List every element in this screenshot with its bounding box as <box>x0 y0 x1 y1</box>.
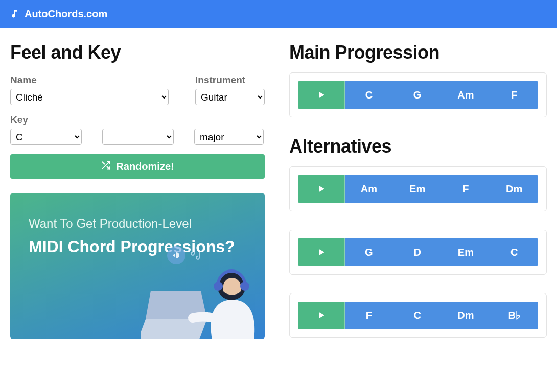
play-button[interactable] <box>298 238 345 266</box>
main-content: Feel and Key Name Cliché Instrument Guit… <box>0 28 557 377</box>
alt-progression-box: G D Em C <box>289 230 547 275</box>
svg-marker-4 <box>141 319 207 339</box>
music-note-icon <box>9 9 19 19</box>
shuffle-icon <box>101 160 111 173</box>
promo-text-line1: Want To Get Production-Level <box>29 215 246 231</box>
chord-cell[interactable]: D <box>393 238 442 266</box>
chord-row: G D Em C <box>298 238 538 266</box>
key-accidental-select[interactable] <box>102 129 174 145</box>
chord-cell[interactable]: Em <box>442 238 491 266</box>
instrument-select[interactable]: Guitar <box>195 89 265 105</box>
instrument-label: Instrument <box>195 75 265 86</box>
svg-marker-9 <box>319 92 324 98</box>
promo-illustration <box>141 242 256 339</box>
promo-banner[interactable]: Want To Get Production-Level MIDI Chord … <box>10 193 265 339</box>
chord-cell[interactable]: B♭ <box>490 302 538 329</box>
play-button[interactable] <box>298 302 345 329</box>
chord-cell[interactable]: G <box>345 238 393 266</box>
chord-cell[interactable]: G <box>393 81 442 109</box>
chord-row: F C Dm B♭ <box>298 302 538 329</box>
chord-cell[interactable]: Em <box>393 175 442 203</box>
chord-row: C G Am F <box>298 81 538 109</box>
chord-row: Am Em F Dm <box>298 175 538 203</box>
chord-cell[interactable]: F <box>490 81 538 109</box>
feel-and-key-heading: Feel and Key <box>10 42 265 63</box>
alt-progression-box: F C Dm B♭ <box>289 293 547 338</box>
name-select[interactable]: Cliché <box>10 89 169 105</box>
chord-cell[interactable]: Am <box>345 175 393 203</box>
chord-cell[interactable]: Dm <box>490 175 538 203</box>
chord-cell[interactable]: C <box>490 238 538 266</box>
alt-progression-box: Am Em F Dm <box>289 166 547 211</box>
chord-cell[interactable]: C <box>345 81 393 109</box>
randomize-button[interactable]: Randomize! <box>10 154 265 179</box>
svg-marker-10 <box>319 186 324 192</box>
key-scale-select[interactable]: major <box>194 129 264 145</box>
left-column: Feel and Key Name Cliché Instrument Guit… <box>10 42 265 356</box>
svg-point-7 <box>214 282 223 291</box>
top-navbar: AutoChords.com <box>0 0 557 28</box>
svg-line-2 <box>103 162 105 164</box>
randomize-label: Randomize! <box>116 161 174 173</box>
chord-cell[interactable]: F <box>442 175 491 203</box>
play-button[interactable] <box>298 175 345 203</box>
play-button[interactable] <box>298 81 345 109</box>
chord-cell[interactable]: F <box>345 302 393 329</box>
chord-cell[interactable]: Dm <box>442 302 491 329</box>
key-root-select[interactable]: C <box>10 129 82 145</box>
name-label: Name <box>10 75 179 86</box>
key-label: Key <box>10 114 265 126</box>
svg-marker-11 <box>319 249 324 255</box>
main-progression-heading: Main Progression <box>289 42 547 63</box>
alternatives-heading: Alternatives <box>289 136 547 157</box>
chord-cell[interactable]: Am <box>442 81 491 109</box>
chord-cell[interactable]: C <box>393 302 442 329</box>
brand-title[interactable]: AutoChords.com <box>25 8 107 20</box>
svg-point-8 <box>240 282 249 291</box>
svg-marker-12 <box>319 312 324 318</box>
right-column: Main Progression C G Am F Alternatives A… <box>289 42 547 356</box>
main-progression-box: C G Am F <box>289 72 547 117</box>
